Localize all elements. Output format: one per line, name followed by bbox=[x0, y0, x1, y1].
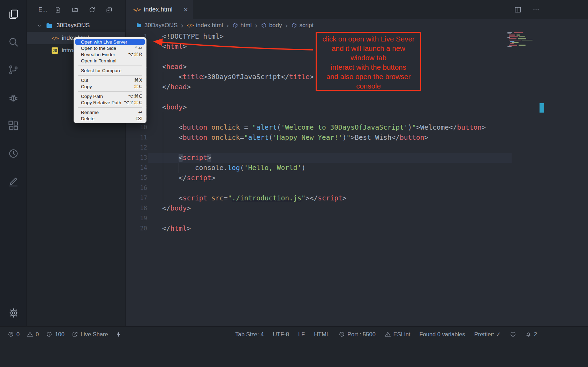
menu-item-label: Open to the Side bbox=[81, 46, 116, 51]
status-bolt[interactable] bbox=[115, 331, 122, 337]
minimap-line bbox=[519, 45, 526, 46]
activity-extensions[interactable] bbox=[0, 112, 27, 139]
activity-feedback[interactable] bbox=[0, 167, 27, 195]
breadcrumb-file[interactable]: </> index.html bbox=[187, 22, 223, 29]
status-smiley[interactable] bbox=[510, 331, 516, 337]
code-line[interactable]: 11 <button onclick="alert('Happy New Yea… bbox=[126, 132, 588, 143]
status-html[interactable]: HTML bbox=[314, 331, 330, 338]
activity-history[interactable] bbox=[0, 139, 27, 167]
line-number: 15 bbox=[126, 173, 147, 183]
menu-item-cut[interactable]: Cut⌘X bbox=[75, 77, 145, 83]
tab-bar: </> index.html × bbox=[126, 0, 588, 19]
run-debug-icon bbox=[8, 92, 19, 104]
menu-item-open-in-terminal[interactable]: Open in Terminal bbox=[75, 58, 145, 64]
menu-item-label: Copy Relative Path bbox=[81, 100, 121, 105]
close-icon[interactable]: × bbox=[183, 6, 188, 14]
menu-item-open-to-the-side[interactable]: Open to the Side⌃↩ bbox=[75, 45, 145, 51]
warning-icon bbox=[385, 331, 391, 337]
extensions-icon bbox=[8, 120, 19, 131]
error-icon bbox=[8, 331, 14, 337]
explorer-icon bbox=[8, 8, 19, 20]
breadcrumb-script[interactable]: script bbox=[291, 22, 314, 29]
source-control-icon bbox=[8, 64, 19, 76]
code-line[interactable]: 14 console.log('Hello, World') bbox=[126, 163, 588, 173]
code-line[interactable]: 9 bbox=[126, 112, 588, 122]
code-line[interactable]: 8<body> bbox=[126, 102, 588, 112]
breadcrumb-label: index.html bbox=[196, 22, 223, 29]
line-number: 10 bbox=[126, 122, 147, 132]
code-line[interactable]: 7 bbox=[126, 92, 588, 102]
menu-item-shortcut: ⌃↩ bbox=[134, 45, 143, 51]
menu-item-select-for-compare[interactable]: Select for Compare bbox=[75, 67, 145, 74]
code-text: </script> bbox=[162, 173, 216, 183]
tab-index-html[interactable]: </> index.html × bbox=[126, 0, 193, 19]
status-prettier[interactable]: Prettier: ✓ bbox=[474, 331, 501, 338]
status-label: ESLint bbox=[393, 331, 410, 338]
menu-item-label: Cut bbox=[81, 78, 88, 83]
code-line[interactable]: 16 bbox=[126, 183, 588, 193]
menu-item-rename[interactable]: Rename↩ bbox=[75, 109, 145, 115]
explorer-title: E... bbox=[38, 6, 47, 13]
status-utf-8[interactable]: UTF-8 bbox=[273, 331, 289, 338]
code-line[interactable]: 20</html> bbox=[126, 223, 588, 234]
activity-source-control[interactable] bbox=[0, 56, 27, 84]
status-left: 00100Live Share bbox=[8, 331, 122, 338]
menu-item-copy-path[interactable]: Copy Path⌥⌘C bbox=[75, 93, 145, 99]
split-editor-icon[interactable] bbox=[514, 6, 522, 14]
minimap-line bbox=[507, 37, 510, 38]
menu-separator bbox=[78, 91, 142, 92]
status-label: 100 bbox=[55, 331, 65, 338]
new-file-icon[interactable] bbox=[54, 6, 61, 13]
code-line[interactable]: 10 <button onclick = "alert('Welcome to … bbox=[126, 122, 588, 132]
settings-gear-icon bbox=[8, 307, 19, 319]
status-found-0-variables[interactable]: Found 0 variables bbox=[419, 331, 465, 338]
menu-item-open-with-live-server[interactable]: Open with Live Server bbox=[75, 39, 145, 45]
status-label: Found 0 variables bbox=[419, 331, 465, 338]
status-tab-size-4[interactable]: Tab Size: 4 bbox=[235, 331, 264, 338]
more-actions-icon[interactable] bbox=[532, 6, 540, 14]
refresh-icon[interactable] bbox=[89, 6, 96, 13]
code-line[interactable]: 15 </script> bbox=[126, 173, 588, 183]
menu-item-shortcut: ⌫ bbox=[136, 116, 143, 121]
collapse-all-icon[interactable] bbox=[106, 6, 113, 13]
menu-item-reveal-in-finder[interactable]: Reveal in Finder⌥⌘R bbox=[75, 51, 145, 58]
breadcrumb-label: html bbox=[241, 22, 252, 29]
status-error[interactable]: 0 bbox=[8, 331, 20, 338]
activity-explorer[interactable] bbox=[0, 0, 27, 28]
activity-run-debug[interactable] bbox=[0, 84, 27, 112]
line-number: 13 bbox=[126, 153, 147, 163]
status-warning[interactable]: 0 bbox=[27, 331, 39, 338]
menu-item-delete[interactable]: Delete⌫ bbox=[75, 115, 145, 122]
code-line[interactable]: 19 bbox=[126, 213, 588, 223]
js-file-icon: JS bbox=[52, 47, 58, 54]
code-line[interactable]: 18</body> bbox=[126, 203, 588, 213]
activity-search[interactable] bbox=[0, 28, 27, 56]
minimap-line bbox=[509, 38, 517, 39]
minimap-line bbox=[507, 32, 512, 33]
minimap-line bbox=[509, 40, 521, 41]
breadcrumb-body[interactable]: body bbox=[261, 22, 282, 29]
status-warning[interactable]: ESLint bbox=[385, 331, 410, 338]
status-blocked[interactable]: Port : 5500 bbox=[339, 331, 376, 338]
line-number: 18 bbox=[126, 203, 147, 213]
activity-settings[interactable] bbox=[0, 307, 27, 319]
code-line[interactable]: 12 bbox=[126, 143, 588, 153]
new-folder-icon[interactable] bbox=[71, 6, 78, 13]
code-line[interactable]: 17 <script src="./introduction.js"></scr… bbox=[126, 193, 588, 203]
line-number: 12 bbox=[126, 143, 147, 153]
status-label: Port : 5500 bbox=[347, 331, 376, 338]
tab-title: index.html bbox=[144, 6, 172, 13]
status-liveshare[interactable]: Live Share bbox=[72, 331, 108, 338]
status-label: Live Share bbox=[81, 331, 108, 338]
status-lf[interactable]: LF bbox=[298, 331, 305, 338]
breadcrumb-folder[interactable]: 30DaysOfJS bbox=[136, 22, 178, 29]
status-bell[interactable]: 2 bbox=[525, 331, 537, 338]
breadcrumb-html[interactable]: html bbox=[232, 22, 252, 29]
code-line[interactable]: 13 <script> bbox=[126, 153, 588, 163]
menu-item-copy[interactable]: Copy⌘C bbox=[75, 83, 145, 90]
menu-item-label: Open in Terminal bbox=[81, 58, 116, 63]
minimap[interactable] bbox=[507, 32, 538, 74]
menu-item-copy-relative-path[interactable]: Copy Relative Path⌥⇧⌘C bbox=[75, 99, 145, 106]
status-info[interactable]: 100 bbox=[46, 331, 65, 338]
folder-row-30daysofjs[interactable]: 30DaysOfJS bbox=[27, 19, 125, 32]
